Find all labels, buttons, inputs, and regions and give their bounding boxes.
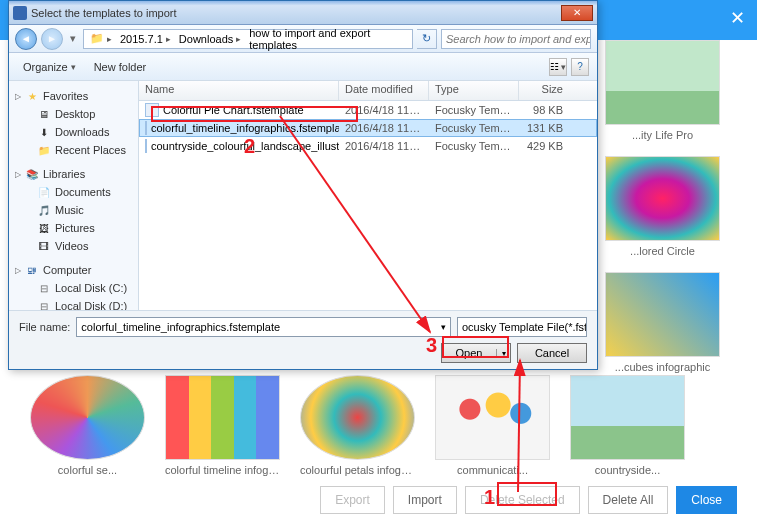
folder-icon: 📁 (90, 32, 104, 45)
breadcrumb-item[interactable]: how to import and export templates (249, 27, 406, 51)
dialog-title: Select the templates to import (31, 7, 559, 19)
breadcrumb[interactable]: 📁▸ 2015.7.1▸ Downloads▸ how to import an… (83, 29, 413, 49)
open-dropdown-icon[interactable]: ▾ (496, 349, 510, 358)
col-name[interactable]: Name (139, 81, 339, 100)
breadcrumb-item[interactable]: 2015.7.1 (120, 33, 163, 45)
videos-icon: 🎞 (37, 239, 51, 253)
file-icon (145, 139, 147, 153)
close-icon[interactable]: ✕ (727, 8, 747, 28)
col-date[interactable]: Date modified (339, 81, 429, 100)
file-row[interactable]: Colorful Pie Chart.fstemplate 2016/4/18 … (139, 101, 597, 119)
col-size[interactable]: Size (519, 81, 569, 100)
file-icon (145, 121, 147, 135)
gallery-label: ...ity Life Pro (605, 129, 720, 141)
filter-dropdown[interactable]: ocusky Template File(*.fstemp▾ (457, 317, 587, 337)
history-dropdown-icon[interactable]: ▾ (67, 29, 79, 49)
sidebar-item-videos[interactable]: 🎞Videos (9, 237, 138, 255)
pictures-icon: 🖼 (37, 221, 51, 235)
close-button[interactable]: Close (676, 486, 737, 514)
forward-button[interactable]: ► (41, 28, 63, 50)
sidebar-item-documents[interactable]: 📄Documents (9, 183, 138, 201)
sidebar-item-music[interactable]: 🎵Music (9, 201, 138, 219)
sidebar: ▷★Favorites 🖥Desktop ⬇Downloads 📁Recent … (9, 81, 139, 310)
drive-icon: ⊟ (37, 299, 51, 310)
recent-icon: 📁 (37, 143, 51, 157)
organize-button[interactable]: Organize▾ (17, 59, 82, 75)
file-open-dialog: Select the templates to import ✕ ◄ ► ▾ 📁… (8, 0, 598, 370)
toolbar: Organize▾ New folder ☷▾ ? (9, 53, 597, 81)
gallery-item[interactable]: ...lored Circle (605, 156, 720, 257)
gallery-label: ...lored Circle (605, 245, 720, 257)
gallery-label: colorful se... (30, 464, 145, 476)
filename-input[interactable]: colorful_timeline_infographics.fstemplat… (76, 317, 451, 337)
col-type[interactable]: Type (429, 81, 519, 100)
computer-icon: 🖳 (25, 263, 39, 277)
gallery-label: colourful petals infographic (300, 464, 415, 476)
nav-bar: ◄ ► ▾ 📁▸ 2015.7.1▸ Downloads▸ how to imp… (9, 25, 597, 53)
file-icon (145, 103, 159, 117)
bottom-toolbar: Export Import Delete Selected Delete All… (0, 476, 757, 524)
sidebar-item-drive-d[interactable]: ⊟Local Disk (D:) (9, 297, 138, 310)
window-close-button[interactable]: ✕ (561, 5, 593, 21)
gallery-item[interactable]: communicati... (435, 375, 550, 476)
gallery-label: communicati... (435, 464, 550, 476)
music-icon: 🎵 (37, 203, 51, 217)
gallery-item[interactable]: ...cubes infographic (605, 272, 720, 373)
file-row-selected[interactable]: colorful_timeline_infographics.fstemplat… (139, 119, 597, 137)
new-folder-button[interactable]: New folder (88, 59, 153, 75)
file-list: Name Date modified Type Size Colorful Pi… (139, 81, 597, 310)
sidebar-item-pictures[interactable]: 🖼Pictures (9, 219, 138, 237)
back-button[interactable]: ◄ (15, 28, 37, 50)
breadcrumb-item[interactable]: Downloads (179, 33, 233, 45)
sidebar-item-recent[interactable]: 📁Recent Places (9, 141, 138, 159)
download-icon: ⬇ (37, 125, 51, 139)
export-button[interactable]: Export (320, 486, 385, 514)
sidebar-item-drive-c[interactable]: ⊟Local Disk (C:) (9, 279, 138, 297)
dialog-titlebar: Select the templates to import ✕ (9, 1, 597, 25)
library-icon: 📚 (25, 167, 39, 181)
documents-icon: 📄 (37, 185, 51, 199)
file-row[interactable]: countryside_colourful_landscape_illustra… (139, 137, 597, 155)
gallery-item[interactable]: ...ity Life Pro (605, 40, 720, 141)
list-header: Name Date modified Type Size (139, 81, 597, 101)
drive-icon: ⊟ (37, 281, 51, 295)
gallery-label: countryside... (570, 464, 685, 476)
gallery-label: colorful timeline infographics (165, 464, 280, 476)
delete-selected-button[interactable]: Delete Selected (465, 486, 580, 514)
sidebar-item-downloads[interactable]: ⬇Downloads (9, 123, 138, 141)
gallery-item[interactable]: colorful se... (30, 375, 145, 476)
app-icon (13, 6, 27, 20)
view-options-icon[interactable]: ☷▾ (549, 58, 567, 76)
star-icon: ★ (25, 89, 39, 103)
delete-all-button[interactable]: Delete All (588, 486, 669, 514)
gallery-item[interactable]: colorful timeline infographics (165, 375, 280, 476)
sidebar-group-computer[interactable]: ▷🖳Computer (9, 261, 138, 279)
gallery-label: ...cubes infographic (605, 361, 720, 373)
sidebar-group-favorites[interactable]: ▷★Favorites (9, 87, 138, 105)
import-button[interactable]: Import (393, 486, 457, 514)
filename-label: File name: (19, 321, 70, 333)
sidebar-item-desktop[interactable]: 🖥Desktop (9, 105, 138, 123)
sidebar-group-libraries[interactable]: ▷📚Libraries (9, 165, 138, 183)
search-input[interactable]: Search how to import and exp... (441, 29, 591, 49)
refresh-button[interactable]: ↻ (417, 29, 437, 49)
gallery-item[interactable]: colourful petals infographic (300, 375, 415, 476)
help-icon[interactable]: ? (571, 58, 589, 76)
gallery-item[interactable]: countryside... (570, 375, 685, 476)
cancel-button[interactable]: Cancel (517, 343, 587, 363)
dialog-footer: File name: colorful_timeline_infographic… (9, 310, 597, 369)
desktop-icon: 🖥 (37, 107, 51, 121)
open-button[interactable]: Open▾ (441, 343, 511, 363)
